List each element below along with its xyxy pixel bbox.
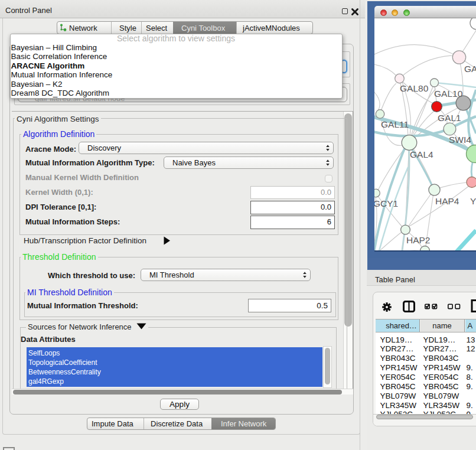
svg-text:GAL4: GAL4 [410, 149, 433, 159]
svg-text:GAL1: GAL1 [438, 113, 461, 123]
svg-text:SWI4: SWI4 [449, 135, 471, 145]
svg-text:GAL11: GAL11 [381, 119, 409, 129]
svg-text:GAL10: GAL10 [434, 89, 463, 99]
svg-text:YM: YM [470, 196, 476, 206]
svg-text:GAL80: GAL80 [400, 83, 429, 93]
svg-text:HAP2: HAP2 [406, 235, 431, 245]
svg-text:HAP4: HAP4 [435, 196, 459, 206]
svg-text:GCY1: GCY1 [374, 198, 398, 208]
svg-text:GAL2: GAL2 [464, 64, 476, 74]
